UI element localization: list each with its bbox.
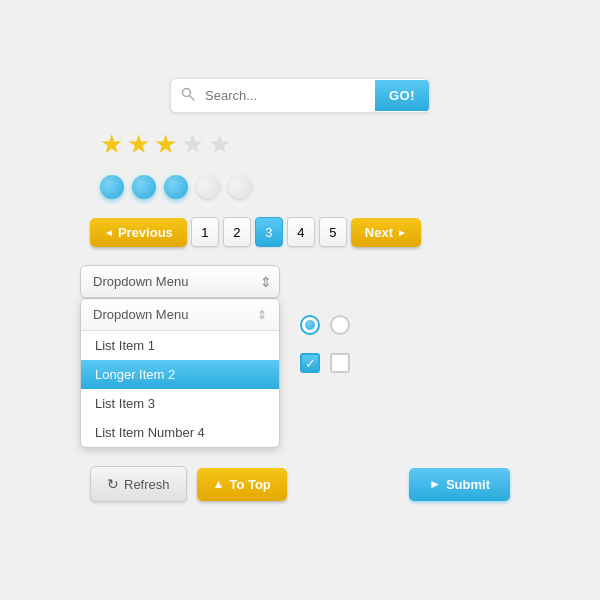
page-2[interactable]: 2: [223, 217, 251, 247]
refresh-label: Refresh: [124, 477, 170, 492]
page-3[interactable]: 3: [255, 217, 283, 247]
star-4[interactable]: ★: [181, 131, 204, 157]
star-3[interactable]: ★: [154, 131, 177, 157]
totop-label: To Top: [229, 477, 270, 492]
search-go-button[interactable]: GO!: [375, 80, 429, 111]
star-2[interactable]: ★: [127, 131, 150, 157]
bottom-buttons: ↻ Refresh ▲ To Top ► Submit: [80, 466, 520, 502]
page-4[interactable]: 4: [287, 217, 315, 247]
radio-option-2[interactable]: [330, 315, 350, 335]
dropdown-select[interactable]: Dropdown Menu: [80, 265, 280, 298]
dropdown-list-header: Dropdown Menu ⇕: [81, 299, 279, 331]
dot-1[interactable]: [100, 175, 124, 199]
dot-3[interactable]: [164, 175, 188, 199]
dropdown-select-wrapper: Dropdown Menu ⇕: [80, 265, 280, 298]
page-5[interactable]: 5: [319, 217, 347, 247]
previous-button[interactable]: Previous: [90, 218, 187, 247]
list-item-4[interactable]: List Item Number 4: [81, 418, 279, 447]
radio-group: [300, 315, 350, 335]
submit-label: Submit: [446, 477, 490, 492]
next-label: Next: [365, 225, 393, 240]
list-item-3[interactable]: List Item 3: [81, 389, 279, 418]
dropdown-list-items: List Item 1 Longer Item 2 List Item 3 Li…: [81, 331, 279, 447]
dot-4[interactable]: [196, 175, 220, 199]
dropdown-scroll-arrows-icon: ⇕: [257, 308, 267, 322]
list-item-2[interactable]: Longer Item 2: [81, 360, 279, 389]
checkbox-2[interactable]: [330, 353, 350, 373]
dropdown-container: Dropdown Menu ⇕ Dropdown Menu ⇕ List Ite…: [80, 265, 280, 448]
search-bar: GO!: [170, 78, 430, 113]
search-icon: [171, 79, 205, 112]
list-item-1[interactable]: List Item 1: [81, 331, 279, 360]
previous-label: Previous: [118, 225, 173, 240]
next-button[interactable]: Next: [351, 218, 421, 247]
star-rating: ★ ★ ★ ★ ★: [80, 131, 520, 157]
dropdown-header-label: Dropdown Menu: [93, 307, 188, 322]
checkbox-1[interactable]: ✓: [300, 353, 320, 373]
dropdown-list: Dropdown Menu ⇕ List Item 1 Longer Item …: [80, 298, 280, 448]
submit-button[interactable]: ► Submit: [409, 468, 510, 501]
radio-option-1[interactable]: [300, 315, 320, 335]
refresh-icon: ↻: [107, 476, 119, 492]
totop-button[interactable]: ▲ To Top: [197, 468, 287, 501]
page-1[interactable]: 1: [191, 217, 219, 247]
star-5[interactable]: ★: [208, 131, 231, 157]
radio-checkbox-group: ✓: [300, 315, 350, 373]
submit-icon: ►: [429, 477, 441, 491]
dot-5[interactable]: [228, 175, 252, 199]
dot-2[interactable]: [132, 175, 156, 199]
refresh-button[interactable]: ↻ Refresh: [90, 466, 187, 502]
checkbox-group: ✓: [300, 353, 350, 373]
dropdown-section: Dropdown Menu ⇕ Dropdown Menu ⇕ List Ite…: [80, 265, 520, 448]
pagination: Previous 1 2 3 4 5 Next: [80, 217, 520, 247]
svg-line-1: [190, 96, 195, 101]
star-1[interactable]: ★: [100, 131, 123, 157]
dot-rating: [80, 175, 520, 199]
search-input[interactable]: [205, 80, 375, 111]
totop-icon: ▲: [213, 477, 225, 491]
